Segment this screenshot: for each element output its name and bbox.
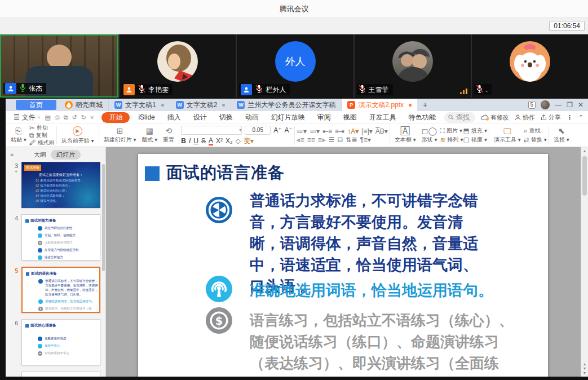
video-tile[interactable]: 外人 栏外人 bbox=[237, 34, 353, 98]
ribbon-tab-animation[interactable]: 动画 bbox=[239, 113, 265, 122]
slide-canvas[interactable]: 面试的语言准备 普通话力 bbox=[106, 147, 581, 377]
video-tile[interactable]: 王雪菲 bbox=[355, 34, 471, 98]
slide-thumbnail-selected[interactable]: 5 面试的语言准备 普通话力求标准，不可讲错字念错音，方言最好不要使用。发音清晰… bbox=[9, 267, 105, 313]
ribbon-tab-insert[interactable]: 插入 bbox=[161, 113, 187, 122]
new-tab-button[interactable]: + bbox=[417, 99, 433, 111]
underline-button[interactable]: U bbox=[193, 137, 198, 145]
find-button[interactable]: ⌕查找 bbox=[524, 127, 547, 134]
paragraph-settings-icon[interactable]: ¶≡▾ bbox=[360, 136, 370, 143]
more-icon[interactable]: ˅ bbox=[90, 114, 94, 121]
ribbon-tab-view[interactable]: 视图 bbox=[337, 113, 363, 122]
scrollbar-thumb[interactable] bbox=[582, 156, 587, 196]
paste-button[interactable]: ⎘ 粘贴 ▾ bbox=[8, 125, 29, 146]
present-tools-button[interactable]: 🖵 演示工具 ▾ bbox=[491, 125, 524, 146]
ribbon-tab-transition[interactable]: 切换 bbox=[213, 113, 239, 122]
text-direction-icon[interactable]: ↕A▾ bbox=[347, 128, 359, 135]
bullets-icon[interactable]: ≔▾ bbox=[297, 128, 307, 135]
reset-button[interactable]: ⟲ 重置 bbox=[160, 125, 177, 146]
font-name-combo[interactable]: ▾ bbox=[181, 126, 242, 135]
collapse-ribbon-icon[interactable]: ⌃ bbox=[578, 114, 583, 121]
share-button[interactable]: 分享 bbox=[541, 113, 561, 122]
text-effects-icon[interactable]: 变▾ bbox=[244, 138, 254, 144]
video-tile[interactable]: 李艳雯 bbox=[120, 34, 236, 98]
shapes-button[interactable]: ◻◯ 形状 ▾ bbox=[419, 125, 440, 146]
ribbon-tab-devtools[interactable]: 开发工具 bbox=[363, 113, 403, 122]
current-slide[interactable]: 面试的语言准备 普通话力 bbox=[138, 154, 548, 377]
video-tile[interactable]: 张杰 bbox=[0, 34, 118, 98]
window-count-badge[interactable]: 5 bbox=[528, 101, 536, 109]
bold-button[interactable]: B bbox=[181, 137, 186, 145]
align-center-icon[interactable]: ≡≡ bbox=[307, 136, 315, 143]
panel-scrollbar[interactable] bbox=[102, 164, 105, 271]
slide-nav-buttons[interactable]: ▲▼▼ bbox=[581, 362, 588, 375]
justify-icon[interactable]: ☰ bbox=[329, 136, 335, 143]
ribbon-tab-slideshow[interactable]: 幻灯片放映 bbox=[265, 113, 311, 122]
superscript-button[interactable]: X² bbox=[216, 137, 223, 145]
distribute-icon[interactable]: ⊟ bbox=[337, 136, 343, 143]
slide-thumbnail[interactable]: 4 面试的能力准备 岗位与职位的匹配性 计划、组织、协调能力 人际关系意识与技巧… bbox=[9, 214, 105, 260]
collaborate-button[interactable]: 协作 bbox=[515, 113, 535, 122]
ribbon-tab-islide[interactable]: iSlide bbox=[132, 113, 161, 121]
layout-button[interactable]: ▦ 版式 ▾ bbox=[139, 125, 160, 146]
align-text-icon[interactable]: [≡]▾ bbox=[361, 128, 373, 135]
tab-pptx-active[interactable]: P 演示文稿2.pptx bbox=[342, 99, 417, 111]
tab-docer[interactable]: 稻壳商城 bbox=[59, 99, 109, 111]
tab-slides[interactable]: 幻灯片 bbox=[51, 150, 81, 160]
cut-button[interactable]: ✂剪切 bbox=[29, 125, 55, 131]
minimize-button[interactable]: — bbox=[555, 101, 562, 108]
ribbon-tab-features[interactable]: 特色功能 bbox=[403, 113, 442, 122]
subscript-button[interactable]: X₂ bbox=[226, 137, 233, 145]
canvas-scrollbar[interactable]: ▲ ▲▼▼ bbox=[581, 147, 588, 377]
text-box-button[interactable]: 🄰 文本框 ▾ bbox=[392, 125, 419, 146]
ribbon-tab-review[interactable]: 审阅 bbox=[311, 113, 337, 122]
sync-status[interactable]: 有修改 bbox=[481, 113, 509, 122]
font-color-button[interactable]: A bbox=[209, 136, 213, 145]
preview-icon[interactable]: ⧉ bbox=[64, 114, 68, 121]
select-button[interactable]: ⬉ 选择 ▾ bbox=[551, 125, 572, 146]
copy-button[interactable]: ⧉复制 bbox=[29, 132, 55, 139]
slide-thumbnail[interactable]: 6 面试的心理准备 克服紧张和焦虑 保持平常心 对结果保持平常心 bbox=[9, 319, 105, 365]
format-painter-button[interactable]: 🖉格式刷 bbox=[29, 139, 55, 146]
save-icon[interactable]: ▤ bbox=[45, 114, 50, 121]
tab-doc2[interactable]: W 文字文稿2 bbox=[170, 99, 232, 111]
print-icon[interactable]: ⎙ bbox=[55, 114, 60, 121]
tab-home[interactable]: 首页 bbox=[16, 100, 56, 110]
phonetic-guide-icon[interactable]: A̅B▾ bbox=[375, 128, 388, 135]
font-size-combo[interactable]: 0.05 bbox=[245, 126, 271, 135]
play-from-current-button[interactable]: ▶ 从当前开始 ▾ bbox=[59, 125, 97, 146]
decrease-indent-icon[interactable]: ⇤≡ bbox=[322, 128, 332, 135]
close-button[interactable]: ✕ bbox=[578, 101, 583, 108]
video-tile[interactable]: . bbox=[472, 34, 588, 98]
slide-thumbnail[interactable] bbox=[9, 372, 105, 377]
line-spacing-icon[interactable]: ⇅≣ bbox=[346, 136, 357, 143]
outline-button[interactable]: ▢轮廓 ▾ bbox=[463, 136, 487, 143]
replace-button[interactable]: ⇄替换 ▾ bbox=[524, 136, 547, 143]
search-box[interactable]: 查找 bbox=[444, 112, 475, 123]
picture-button[interactable]: ⛶图片 ▾ bbox=[440, 127, 463, 134]
strikethrough-button[interactable]: S bbox=[201, 137, 206, 145]
restore-button[interactable]: ❐ bbox=[567, 101, 573, 108]
redo-icon[interactable]: ↻ bbox=[81, 114, 86, 121]
ribbon-tab-start[interactable]: 开始 bbox=[101, 112, 130, 123]
ribbon-tab-design[interactable]: 设计 bbox=[187, 113, 213, 122]
tab-doc1[interactable]: W 文字文稿1 bbox=[109, 99, 170, 111]
fill-button[interactable]: ⬒填充 ▾ bbox=[463, 127, 487, 134]
new-slide-button[interactable]: ⊞ 新建幻灯片 ▾ bbox=[101, 125, 139, 146]
increase-font-icon[interactable]: A⁺ bbox=[273, 126, 281, 134]
file-menu[interactable]: ☰ 文件 ˅ bbox=[14, 113, 40, 122]
slide-thumbnail[interactable]: 3✦ 面试准备 面试之前需要做好五种准备： 01参加培训开拓面试的思路先导； 0… bbox=[9, 162, 105, 208]
undo-icon[interactable]: ↺ bbox=[72, 114, 77, 121]
decrease-font-icon[interactable]: A⁻ bbox=[285, 126, 293, 134]
clear-format-icon[interactable]: ◇ bbox=[236, 138, 241, 144]
tab-outline[interactable]: 大纲 bbox=[34, 151, 46, 159]
align-left-icon[interactable]: ⫷≡ bbox=[297, 136, 304, 143]
align-right-icon[interactable]: ≡⫸ bbox=[318, 136, 326, 143]
italic-button[interactable]: I bbox=[189, 137, 191, 145]
increase-indent-icon[interactable]: ≡⇥ bbox=[335, 128, 344, 135]
scroll-up-icon[interactable]: ▲ bbox=[581, 149, 588, 153]
arrange-button[interactable]: ≋排列 ▾ bbox=[440, 136, 463, 143]
more-menu-icon[interactable]: ⋮ bbox=[567, 114, 573, 121]
account-avatar[interactable] bbox=[541, 100, 550, 109]
tab-doc3[interactable]: W 兰州大学公务员公开课文字稿 bbox=[231, 99, 342, 111]
numbering-icon[interactable]: ≕▾ bbox=[310, 128, 320, 135]
